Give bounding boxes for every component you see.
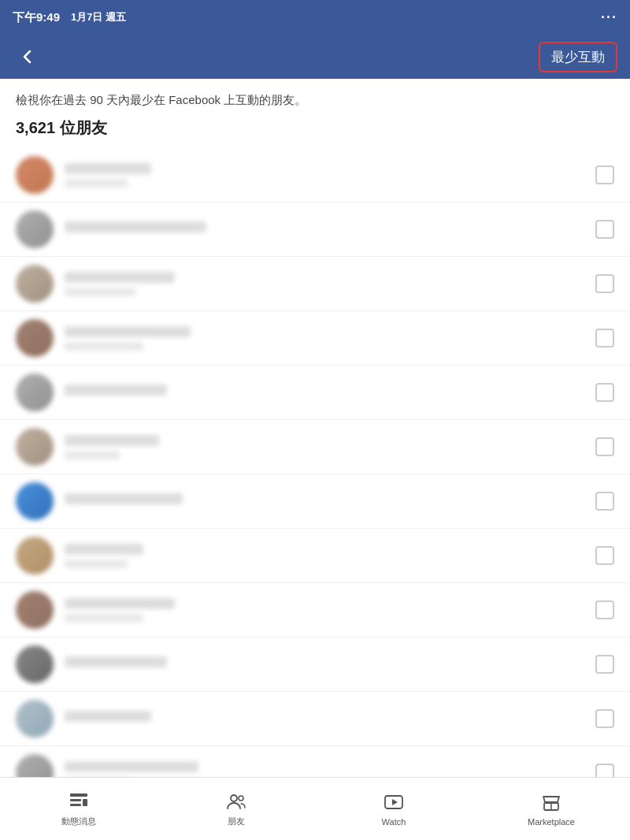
friend-info bbox=[65, 221, 595, 237]
list-item bbox=[0, 366, 630, 420]
friend-info bbox=[65, 761, 595, 778]
tab-bar: 動態消息 朋友 Watch bbox=[0, 777, 630, 840]
svg-rect-2 bbox=[70, 804, 81, 806]
friend-name bbox=[65, 326, 191, 337]
avatar bbox=[16, 319, 54, 357]
svg-rect-1 bbox=[70, 799, 81, 801]
friend-checkbox[interactable] bbox=[595, 600, 614, 619]
friend-name bbox=[65, 272, 175, 283]
friend-meta bbox=[65, 288, 135, 296]
status-dots: ··· bbox=[601, 9, 617, 26]
friend-checkbox[interactable] bbox=[595, 655, 614, 674]
friend-info bbox=[65, 711, 595, 727]
list-item bbox=[0, 474, 630, 529]
list-item bbox=[0, 583, 630, 637]
tab-friends[interactable]: 朋友 bbox=[158, 784, 315, 834]
friend-checkbox[interactable] bbox=[595, 274, 614, 293]
avatar bbox=[16, 754, 54, 777]
list-item bbox=[0, 148, 630, 203]
friend-name bbox=[65, 163, 151, 174]
friend-name bbox=[65, 493, 183, 504]
friend-checkbox[interactable] bbox=[595, 764, 614, 777]
marketplace-icon bbox=[540, 792, 562, 814]
friend-info bbox=[65, 385, 595, 400]
subtitle-text: 檢視你在過去 90 天內最少在 Facebook 上互動的朋友。 bbox=[0, 79, 630, 114]
friend-meta bbox=[65, 614, 143, 623]
least-interaction-button[interactable]: 最少互動 bbox=[539, 42, 617, 72]
tab-marketplace[interactable]: Marketplace bbox=[472, 786, 630, 833]
avatar bbox=[16, 374, 54, 411]
friend-meta bbox=[65, 559, 128, 568]
friend-checkbox[interactable] bbox=[595, 492, 614, 511]
friend-checkbox[interactable] bbox=[595, 165, 614, 184]
friend-checkbox[interactable] bbox=[595, 383, 614, 402]
friend-info bbox=[65, 544, 595, 568]
back-button[interactable] bbox=[13, 45, 43, 69]
tab-watch-label: Watch bbox=[382, 817, 406, 827]
friend-name bbox=[65, 598, 175, 609]
newsfeed-icon bbox=[68, 790, 90, 812]
friend-name bbox=[65, 544, 143, 555]
list-item bbox=[0, 203, 630, 257]
friend-list bbox=[0, 148, 630, 777]
svg-rect-3 bbox=[83, 799, 87, 806]
svg-point-4 bbox=[231, 795, 237, 801]
avatar bbox=[16, 210, 54, 248]
main-content: 檢視你在過去 90 天內最少在 Facebook 上互動的朋友。 3,621 位… bbox=[0, 79, 630, 777]
friend-info bbox=[65, 163, 595, 188]
friend-info bbox=[65, 272, 595, 296]
svg-rect-0 bbox=[70, 794, 87, 797]
list-item bbox=[0, 420, 630, 474]
friend-info bbox=[65, 656, 595, 672]
list-item bbox=[0, 637, 630, 692]
friend-info bbox=[65, 598, 595, 623]
avatar bbox=[16, 700, 54, 738]
friend-meta bbox=[65, 342, 143, 351]
friend-checkbox[interactable] bbox=[595, 546, 614, 565]
friend-meta bbox=[65, 179, 128, 188]
tab-newsfeed[interactable]: 動態消息 bbox=[0, 784, 158, 834]
friend-name bbox=[65, 711, 151, 722]
friend-name bbox=[65, 385, 167, 396]
friend-count: 3,621 位朋友 bbox=[0, 114, 630, 148]
friend-name bbox=[65, 656, 167, 667]
avatar bbox=[16, 428, 54, 466]
avatar bbox=[16, 591, 54, 629]
status-date: 1月7日 週五 bbox=[71, 10, 126, 24]
friend-info bbox=[65, 326, 595, 351]
svg-marker-7 bbox=[392, 799, 398, 805]
friend-info bbox=[65, 493, 595, 509]
status-time: 下午9:49 bbox=[13, 10, 60, 25]
friend-meta bbox=[65, 451, 120, 459]
header: 最少互動 bbox=[0, 35, 630, 79]
avatar bbox=[16, 645, 54, 683]
svg-point-5 bbox=[239, 796, 243, 801]
friends-icon bbox=[225, 790, 247, 812]
friend-checkbox[interactable] bbox=[595, 437, 614, 456]
list-item bbox=[0, 311, 630, 366]
friend-checkbox[interactable] bbox=[595, 709, 614, 728]
avatar bbox=[16, 156, 54, 194]
status-bar: 下午9:49 1月7日 週五 ··· bbox=[0, 0, 630, 35]
avatar bbox=[16, 482, 54, 520]
avatar bbox=[16, 265, 54, 303]
avatar bbox=[16, 537, 54, 574]
friend-name bbox=[65, 221, 206, 232]
friend-name bbox=[65, 435, 159, 446]
tab-watch[interactable]: Watch bbox=[315, 786, 472, 833]
watch-icon bbox=[383, 792, 405, 814]
friend-checkbox[interactable] bbox=[595, 329, 614, 348]
list-item bbox=[0, 746, 630, 777]
list-item bbox=[0, 529, 630, 583]
list-item bbox=[0, 257, 630, 311]
friend-name bbox=[65, 761, 198, 772]
tab-friends-label: 朋友 bbox=[228, 816, 245, 827]
tab-newsfeed-label: 動態消息 bbox=[61, 816, 96, 827]
friend-info bbox=[65, 435, 595, 459]
tab-marketplace-label: Marketplace bbox=[528, 817, 575, 827]
list-item bbox=[0, 692, 630, 746]
friend-checkbox[interactable] bbox=[595, 220, 614, 239]
